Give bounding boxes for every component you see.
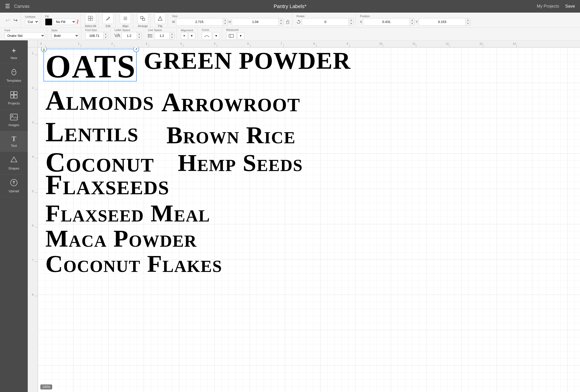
sidebar-item-text[interactable]: T Text xyxy=(0,131,28,152)
font-size-down-button[interactable]: ▼ xyxy=(103,36,108,39)
sidebar-item-upload[interactable]: Upload xyxy=(0,175,28,197)
text-oats[interactable]: OATS xyxy=(45,50,136,83)
fill-select[interactable]: No Fill xyxy=(53,19,76,25)
x-input[interactable] xyxy=(363,19,410,25)
main-area: + New Templates Projects xyxy=(0,40,580,392)
curve-dropdown-button[interactable]: ▾ xyxy=(213,32,220,39)
advanced-section: Advanced ▾ xyxy=(224,28,246,40)
font-select[interactable]: Orator Std xyxy=(5,32,45,39)
line-space-down-button[interactable]: ▼ xyxy=(170,36,174,39)
svg-text:10: 10 xyxy=(379,42,382,45)
canvas-content[interactable]: OATS 🔒 ↗ GREEN POWDER Almonds Arrowroot … xyxy=(38,47,580,392)
y-down-button[interactable]: ▼ xyxy=(466,22,470,25)
text-arrowroot[interactable]: Arrowroot xyxy=(161,89,300,116)
width-input[interactable] xyxy=(176,19,223,25)
linetype-select[interactable]: Cut xyxy=(25,19,39,25)
width-down-button[interactable]: ▼ xyxy=(223,22,227,25)
topbar: ☰ Canvas Pantry Labels* My Projects Save xyxy=(0,0,580,13)
sidebar-item-images[interactable]: Images xyxy=(0,109,28,131)
text-maca-powder[interactable]: Maca Powder xyxy=(45,227,197,251)
fill-section: Fill No Fill / xyxy=(43,13,81,27)
text-lentils[interactable]: Lentils xyxy=(45,118,139,146)
advanced-dropdown-button[interactable]: ▾ xyxy=(237,32,244,39)
lock-icon[interactable] xyxy=(285,20,290,24)
font-size-up-button[interactable]: ▲ xyxy=(103,32,108,36)
toolbar-row-1: ↩ ↪ Linetype Cut Fill No Fill / xyxy=(0,13,580,28)
redo-button[interactable]: ↪ xyxy=(12,16,19,24)
upload-icon xyxy=(10,179,18,188)
height-down-button[interactable]: ▼ xyxy=(279,22,283,25)
line-space-icon xyxy=(148,33,153,38)
letter-space-input[interactable] xyxy=(122,33,137,39)
line-space-spinner[interactable]: ▲ ▼ xyxy=(154,32,175,40)
width-spinner[interactable]: ▲ ▼ xyxy=(176,18,228,26)
rotate-up-button[interactable]: ▲ xyxy=(349,18,353,22)
save-button[interactable]: Save xyxy=(565,4,575,9)
y-input[interactable] xyxy=(419,19,465,25)
sidebar-images-label: Images xyxy=(9,123,19,127)
undo-button[interactable]: ↩ xyxy=(5,16,11,24)
text-flaxseeds[interactable]: Flaxseeds xyxy=(45,171,169,199)
flip-button[interactable] xyxy=(155,13,166,24)
text-coconut-flakes[interactable]: Coconut Flakes xyxy=(45,252,222,276)
letter-space-spinner[interactable]: ▲ ▼ xyxy=(121,32,142,40)
color-swatch[interactable] xyxy=(45,18,52,25)
select-all-button[interactable] xyxy=(85,13,96,24)
text-almonds[interactable]: Almonds xyxy=(45,87,154,114)
width-up-button[interactable]: ▲ xyxy=(223,18,227,22)
sidebar-item-templates[interactable]: Templates xyxy=(0,64,28,87)
canvas-area[interactable]: 0 1 2 3 4 5 6 7 8 9 10 xyxy=(28,40,580,392)
svg-text:6: 6 xyxy=(247,42,249,45)
text-green-powder[interactable]: GREEN POWDER xyxy=(144,49,351,73)
hamburger-menu-icon[interactable]: ☰ xyxy=(5,4,10,9)
x-spinner[interactable]: ▲ ▼ xyxy=(363,18,415,26)
arrange-label: Arrange xyxy=(138,24,148,27)
my-projects-link[interactable]: My Projects xyxy=(537,4,559,9)
sidebar-item-shapes[interactable]: Shapes xyxy=(0,152,28,175)
curve-button[interactable] xyxy=(202,32,212,40)
remove-fill-icon[interactable]: / xyxy=(77,19,78,25)
svg-text:2: 2 xyxy=(111,42,113,45)
rotate-label: Rotate xyxy=(296,15,304,18)
font-size-spinner[interactable]: ▲ ▼ xyxy=(85,32,108,40)
images-icon xyxy=(10,114,18,122)
height-spinner[interactable]: ▲ ▼ xyxy=(232,18,283,26)
style-select[interactable]: Bold xyxy=(51,32,79,39)
sidebar-item-projects[interactable]: Projects xyxy=(0,87,28,109)
x-up-button[interactable]: ▲ xyxy=(410,18,414,22)
advanced-button[interactable] xyxy=(226,32,236,40)
svg-text:3: 3 xyxy=(32,121,34,124)
text-hemp-seeds[interactable]: Hemp Seeds xyxy=(178,151,303,175)
alignment-label: Alignment xyxy=(181,29,193,32)
rotate-spinner[interactable]: ▲ ▼ xyxy=(302,18,354,26)
font-size-section: Font Size ▲ ▼ xyxy=(83,28,110,40)
height-up-button[interactable]: ▲ xyxy=(279,18,283,22)
align-left-button[interactable]: ≡ xyxy=(181,32,188,39)
text-brown-rice[interactable]: Brown Rice xyxy=(166,123,296,147)
x-down-button[interactable]: ▼ xyxy=(410,22,414,25)
alignment-dropdown-button[interactable]: ▾ xyxy=(188,32,195,39)
y-up-button[interactable]: ▲ xyxy=(466,18,470,22)
arrange-button[interactable] xyxy=(137,13,148,24)
align-button[interactable] xyxy=(120,13,131,24)
svg-text:11: 11 xyxy=(412,42,415,45)
letter-space-down-button[interactable]: ▼ xyxy=(137,36,141,39)
height-input[interactable] xyxy=(232,19,278,25)
text-flaxseed-meal[interactable]: Flaxseed Meal xyxy=(45,201,210,226)
y-spinner[interactable]: ▲ ▼ xyxy=(419,18,470,26)
edit-label: Edit xyxy=(106,24,110,27)
rotate-input[interactable] xyxy=(302,19,349,25)
font-size-input[interactable] xyxy=(85,33,103,39)
letter-space-label: Letter Space xyxy=(114,29,130,32)
sidebar-item-new[interactable]: + New xyxy=(0,43,28,64)
svg-text:12: 12 xyxy=(446,42,449,45)
style-label: Style xyxy=(51,29,57,32)
rotate-down-button[interactable]: ▼ xyxy=(349,22,353,25)
svg-rect-12 xyxy=(286,22,289,24)
letter-space-up-button[interactable]: ▲ xyxy=(137,32,141,36)
line-space-up-button[interactable]: ▲ xyxy=(170,32,174,36)
svg-text:4: 4 xyxy=(180,42,182,45)
font-label: Font xyxy=(5,29,10,32)
edit-button[interactable] xyxy=(102,13,113,24)
line-space-input[interactable] xyxy=(154,33,169,39)
